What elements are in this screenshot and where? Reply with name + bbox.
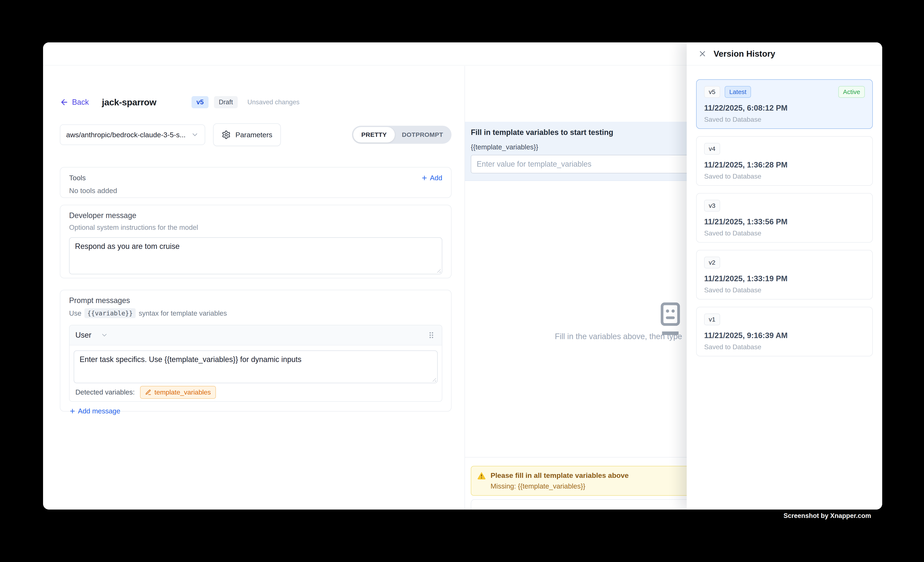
toggle-pretty[interactable]: PRETTY <box>353 127 394 142</box>
add-tool-button[interactable]: Add <box>421 174 442 182</box>
add-message-button[interactable]: Add message <box>69 407 442 415</box>
chevron-down-icon <box>191 131 199 139</box>
version-date: 11/21/2025, 1:33:56 PM <box>704 217 865 226</box>
back-label: Back <box>72 98 89 107</box>
add-tool-label: Add <box>430 174 442 182</box>
detected-variables-label: Detected variables: <box>75 388 135 396</box>
tools-label: Tools <box>69 174 86 182</box>
developer-message-card: Developer message Optional system instru… <box>60 205 452 278</box>
version-badge: v5 <box>192 96 208 108</box>
message-body: Enter task specifics. Use {{template_var… <box>69 345 442 401</box>
version-card-v3[interactable]: v3 11/21/2025, 1:33:56 PM Saved to Datab… <box>696 193 873 242</box>
version-chip: v1 <box>704 314 720 325</box>
parameters-label: Parameters <box>236 131 272 139</box>
model-select[interactable]: aws/anthropic/bedrock-claude-3-5-s... <box>60 124 205 145</box>
pencil-icon <box>145 389 152 395</box>
message-block: User Enter task specifics. Use {{templat… <box>69 325 442 402</box>
arrow-left-icon <box>60 98 69 107</box>
latest-badge: Latest <box>725 86 751 98</box>
version-card-v5[interactable]: v5 Latest Active 11/22/2025, 6:08:12 PM … <box>696 79 873 129</box>
role-select-value: User <box>75 331 92 339</box>
version-history-title: Version History <box>714 49 775 58</box>
version-history-header: Version History <box>687 42 882 66</box>
developer-message-hint: Optional system instructions for the mod… <box>69 224 442 232</box>
view-mode-toggle: PRETTY DOTPROMPT <box>352 126 452 144</box>
plus-icon <box>69 408 76 414</box>
prompt-messages-card: Prompt messages Use {{variable}} syntax … <box>60 290 452 411</box>
bot-icon <box>655 301 686 337</box>
version-date: 11/21/2025, 1:36:28 PM <box>704 160 865 169</box>
version-status: Saved to Database <box>704 116 865 123</box>
version-status: Saved to Database <box>704 286 865 294</box>
template-variable-badge[interactable]: template_variables <box>140 386 216 399</box>
version-status: Saved to Database <box>704 172 865 180</box>
message-textarea[interactable]: Enter task specifics. Use {{template_var… <box>74 350 438 383</box>
page-title: jack-sparrow <box>102 97 156 108</box>
add-message-label: Add message <box>78 407 120 415</box>
developer-message-label: Developer message <box>69 211 442 220</box>
unsaved-changes-label: Unsaved changes <box>248 99 300 106</box>
hint-use: Use <box>69 309 81 317</box>
developer-message-textarea[interactable]: Respond as you are tom cruise <box>69 237 442 274</box>
model-toolbar: aws/anthropic/bedrock-claude-3-5-s... Pa… <box>60 123 452 146</box>
variable-syntax-chip: {{variable}} <box>84 308 136 318</box>
version-date: 11/21/2025, 9:16:39 AM <box>704 331 865 340</box>
version-card-v1[interactable]: v1 11/21/2025, 9:16:39 AM Saved to Datab… <box>696 307 873 356</box>
plus-icon <box>421 175 428 181</box>
active-badge: Active <box>838 86 865 98</box>
tools-card: Tools Add No tools added <box>60 167 452 198</box>
toggle-dotprompt[interactable]: DOTPROMPT <box>395 131 450 138</box>
draft-badge: Draft <box>214 96 238 108</box>
version-date: 11/22/2025, 6:08:12 PM <box>704 104 865 112</box>
version-status: Saved to Database <box>704 229 865 237</box>
app-window: Back jack-sparrow v5 Draft Unsaved chang… <box>43 42 882 510</box>
warning-title: Please fill in all template variables ab… <box>490 471 629 480</box>
hint-rest: syntax for template variables <box>139 309 227 317</box>
warning-triangle-icon <box>477 471 486 480</box>
close-icon[interactable] <box>698 49 707 58</box>
message-header: User <box>69 325 442 345</box>
empty-state-text: Fill in the variables above, then type <box>555 332 682 341</box>
prompt-editor-column: Back jack-sparrow v5 Draft Unsaved chang… <box>43 66 465 510</box>
version-list: v5 Latest Active 11/22/2025, 6:08:12 PM … <box>687 66 882 356</box>
parameters-button[interactable]: Parameters <box>213 123 281 146</box>
prompt-messages-hint: Use {{variable}} syntax for template var… <box>69 308 442 318</box>
watermark: Screenshot by Xnapper.com <box>783 512 871 520</box>
version-chip: v2 <box>704 257 720 268</box>
gear-icon <box>222 130 231 139</box>
version-chip: v3 <box>704 200 720 212</box>
version-status: Saved to Database <box>704 343 865 351</box>
prompt-messages-label: Prompt messages <box>69 296 442 305</box>
version-history-panel: Version History v5 Latest Active 11/22/2… <box>687 42 882 510</box>
version-chip: v4 <box>704 143 720 155</box>
model-select-value: aws/anthropic/bedrock-claude-3-5-s... <box>66 131 186 139</box>
version-date: 11/21/2025, 1:33:19 PM <box>704 274 865 283</box>
back-button[interactable]: Back <box>60 98 89 107</box>
template-variable-name: template_variables <box>154 389 211 396</box>
chevron-down-icon <box>100 331 108 339</box>
page-header: Back jack-sparrow v5 Draft Unsaved chang… <box>60 94 452 110</box>
version-card-v4[interactable]: v4 11/21/2025, 1:36:28 PM Saved to Datab… <box>696 136 873 186</box>
version-chip: v5 <box>704 86 720 98</box>
drag-handle-icon[interactable] <box>427 330 436 340</box>
tools-empty-label: No tools added <box>69 187 442 195</box>
version-card-v2[interactable]: v2 11/21/2025, 1:33:19 PM Saved to Datab… <box>696 250 873 299</box>
detected-variables-row: Detected variables: template_variables <box>74 383 438 401</box>
header-badges: v5 Draft Unsaved changes <box>192 96 300 108</box>
role-select[interactable]: User <box>75 331 108 339</box>
